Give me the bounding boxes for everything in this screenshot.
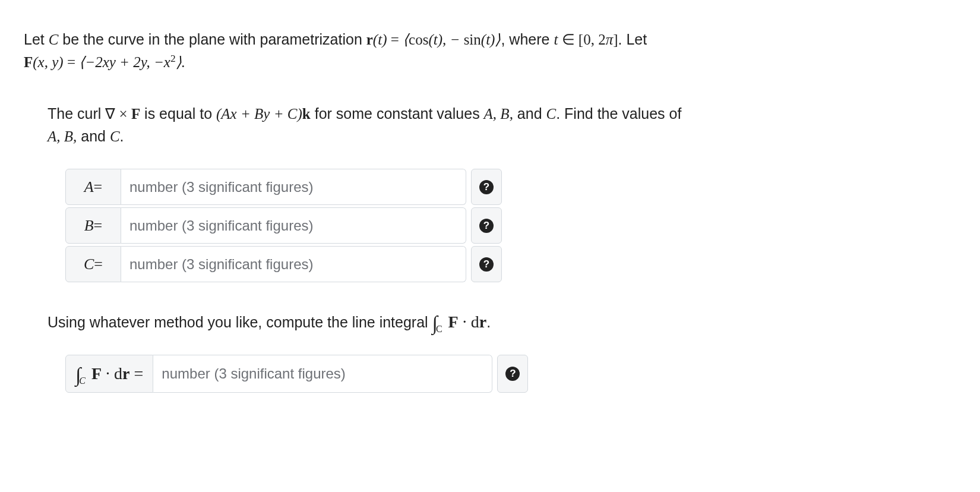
math-r-equation: r(t) = ⟨cos(t), − sin(t)⟩ [366, 31, 501, 48]
math-AB: A, B, [484, 106, 513, 122]
problem-container: Let C be the curve in the plane with par… [0, 0, 980, 444]
label-C: C = [65, 246, 121, 282]
text: . Let [618, 31, 647, 48]
text: . [120, 128, 124, 144]
help-button-integral[interactable]: ? [497, 355, 528, 393]
math-t-domain: t ∈ [0, 2π] [554, 31, 618, 48]
text: and [513, 105, 546, 122]
math-AB2: A, B, [48, 128, 77, 144]
input-A[interactable] [121, 172, 466, 203]
question-body: The curl ∇ × F is equal to (Ax + By + C)… [24, 103, 956, 393]
integral-input-block: ∫C F · dr = ? [48, 355, 956, 393]
input-cell-integral [153, 355, 492, 393]
problem-intro: Let C be the curve in the plane with par… [24, 29, 956, 73]
text: is equal to [140, 105, 216, 122]
text: for some constant values [311, 105, 484, 122]
curl-prompt: The curl ∇ × F is equal to (Ax + By + C)… [48, 103, 956, 147]
label-B: B = [65, 207, 121, 244]
math-line-integral: ∫C F · dr [432, 313, 487, 331]
math-curl: ∇ × F [105, 106, 140, 122]
input-row-B: B = ? [65, 207, 956, 244]
math-Cvar: C [546, 106, 557, 122]
math-C: C [49, 31, 59, 48]
text: . Find the values of [556, 105, 681, 122]
input-C[interactable] [121, 249, 466, 280]
help-button-C[interactable]: ? [471, 246, 502, 282]
line-integral-prompt: Using whatever method you like, compute … [48, 310, 956, 335]
text: Let [24, 31, 49, 48]
help-icon: ? [505, 367, 520, 381]
input-row-A: A = ? [65, 169, 956, 205]
text: be the curve in the plane with parametri… [58, 31, 366, 48]
help-icon: ? [479, 219, 494, 233]
text: Using whatever method you like, compute … [48, 314, 432, 330]
input-cell-B [121, 207, 466, 244]
text: , where [501, 31, 554, 48]
text: The curl [48, 105, 105, 122]
input-row-C: C = ? [65, 246, 956, 282]
abc-inputs: A = ? B = ? C = [48, 169, 956, 282]
label-integral: ∫C F · dr = [65, 355, 153, 393]
label-A: A = [65, 169, 121, 205]
input-integral[interactable] [153, 358, 492, 389]
math-curl-expr: (Ax + By + C)k [216, 106, 311, 122]
text: and [77, 128, 110, 144]
help-button-B[interactable]: ? [471, 207, 502, 244]
input-cell-C [121, 246, 466, 282]
help-button-A[interactable]: ? [471, 169, 502, 205]
text: . [486, 314, 491, 330]
input-B[interactable] [121, 210, 466, 241]
math-F-equation: F(x, y) = ⟨−2xy + 2y, −x2⟩. [24, 54, 185, 70]
input-cell-A [121, 169, 466, 205]
help-icon: ? [479, 180, 494, 194]
input-row-integral: ∫C F · dr = ? [65, 355, 956, 393]
math-C2: C [110, 128, 120, 144]
help-icon: ? [479, 257, 494, 272]
